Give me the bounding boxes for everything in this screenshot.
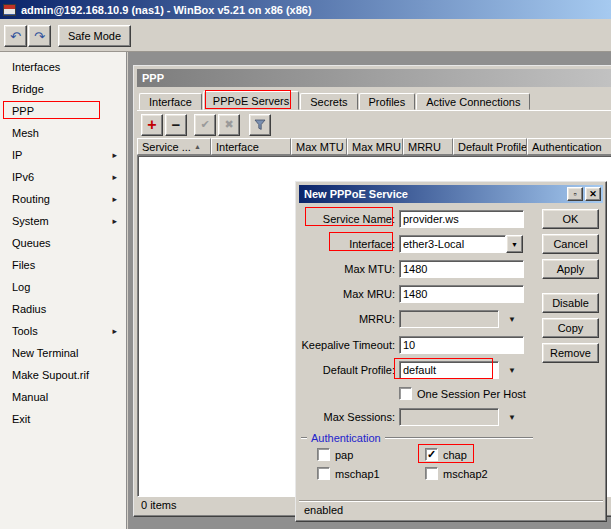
tab-label: Profiles [369, 96, 406, 108]
mschap2-checkbox[interactable] [425, 467, 438, 480]
sidebar-item-system[interactable]: System▸ [0, 210, 126, 232]
tab-secrets[interactable]: Secrets [300, 93, 357, 110]
max-mru-label: Max MRU: [301, 285, 395, 303]
dialog-titlebar[interactable]: New PPPoE Service ▫ ✕ [299, 185, 603, 203]
tab-label: Interface [149, 96, 192, 108]
column-max-mru[interactable]: Max MRU [347, 138, 403, 155]
redo-button[interactable]: ↷ [28, 25, 51, 47]
copy-button[interactable]: Copy [542, 318, 599, 338]
dialog-body: Service Name: Interface: ▼ Max MTU: Max … [299, 203, 603, 518]
sidebar-item-interfaces[interactable]: Interfaces [0, 56, 126, 78]
column-authentication[interactable]: Authentication [527, 138, 611, 155]
new-pppoe-service-dialog: New PPPoE Service ▫ ✕ Service Name: Inte… [295, 181, 607, 522]
sidebar-item-label: IP [12, 149, 22, 161]
max-sessions-label: Max Sessions: [301, 408, 395, 426]
column-label: Max MRU [352, 141, 401, 153]
sidebar-item-radius[interactable]: Radius [0, 298, 126, 320]
sidebar-item-bridge[interactable]: Bridge [0, 78, 126, 100]
disable-button[interactable]: ✖ [218, 114, 240, 136]
sidebar-item-label: Interfaces [12, 61, 60, 73]
sidebar-item-label: Tools [12, 325, 38, 337]
sidebar-item-label: Queues [12, 237, 51, 249]
sidebar-item-log[interactable]: Log [0, 276, 126, 298]
column-interface[interactable]: Interface [211, 138, 291, 155]
ok-button[interactable]: OK [542, 209, 599, 229]
winbox-app: admin@192.168.10.9 (nas1) - WinBox v5.21… [0, 0, 611, 529]
max-sessions-input[interactable] [399, 408, 499, 426]
tab-label: Secrets [310, 96, 347, 108]
auth-option-chap[interactable]: ✓ chap [425, 447, 467, 462]
column-service-name[interactable]: Service ... ▲ [137, 138, 211, 155]
sidebar-item-label: Mesh [12, 127, 39, 139]
sidebar-item-label: Manual [12, 391, 48, 403]
enable-button[interactable]: ✔ [194, 114, 216, 136]
add-button[interactable]: + [141, 114, 163, 136]
apply-button[interactable]: Apply [542, 259, 599, 279]
chap-checkbox[interactable]: ✓ [425, 448, 438, 461]
sidebar-item-label: Files [12, 259, 35, 271]
service-name-input[interactable] [399, 210, 524, 228]
sidebar-item-files[interactable]: Files [0, 254, 126, 276]
sidebar-item-mesh[interactable]: Mesh [0, 122, 126, 144]
safe-mode-button[interactable]: Safe Mode [58, 25, 131, 47]
sidebar-item-tools[interactable]: Tools▸ [0, 320, 126, 342]
interface-input[interactable] [399, 235, 506, 253]
sidebar-item-ppp[interactable]: PPP [0, 100, 126, 122]
remove-service-button[interactable]: Remove [542, 343, 599, 363]
dialog-close-button[interactable]: ✕ [585, 187, 601, 201]
max-mtu-input[interactable] [399, 260, 524, 278]
sidebar-item-label: Radius [12, 303, 46, 315]
app-title: admin@192.168.10.9 (nas1) - WinBox v5.21… [21, 4, 312, 16]
sidebar-item-make-supout-rif[interactable]: Make Supout.rif [0, 364, 126, 386]
column-max-mtu[interactable]: Max MTU [291, 138, 347, 155]
pap-checkbox[interactable] [317, 448, 330, 461]
dialog-collapse-button[interactable]: ▫ [567, 187, 583, 201]
redo-icon: ↷ [34, 29, 45, 44]
sidebar-item-ipv6[interactable]: IPv6▸ [0, 166, 126, 188]
keepalive-timeout-input[interactable] [399, 336, 524, 354]
mrru-dropdown-icon[interactable]: ▼ [508, 315, 516, 324]
max-mru-input[interactable] [399, 285, 524, 303]
sidebar-item-queues[interactable]: Queues [0, 232, 126, 254]
sidebar-item-exit[interactable]: Exit [0, 408, 126, 430]
undo-button[interactable]: ↶ [4, 25, 27, 47]
column-default-profile[interactable]: Default Profile [453, 138, 527, 155]
mschap1-checkbox[interactable] [317, 467, 330, 480]
auth-option-pap[interactable]: pap [317, 447, 353, 462]
cancel-button[interactable]: Cancel [542, 234, 599, 254]
mschap1-label: mschap1 [335, 468, 380, 480]
auth-option-mschap1[interactable]: mschap1 [317, 466, 380, 481]
close-icon: ✕ [589, 189, 597, 199]
sidebar-item-label: Make Supout.rif [12, 369, 89, 381]
tab-interface[interactable]: Interface [139, 93, 202, 110]
sidebar: Interfaces Bridge PPP Mesh IP▸ IPv6▸ Rou… [0, 52, 127, 529]
sidebar-item-ip[interactable]: IP▸ [0, 144, 126, 166]
max-sessions-dropdown-icon[interactable]: ▼ [508, 413, 516, 422]
sidebar-item-new-terminal[interactable]: New Terminal [0, 342, 126, 364]
dialog-window-buttons: ▫ ✕ [567, 187, 601, 201]
auth-option-mschap2[interactable]: mschap2 [425, 466, 488, 481]
list-column-headers: Service ... ▲ Interface Max MTU Max MRU … [137, 138, 611, 155]
ppp-window-titlebar[interactable]: PPP [137, 69, 611, 87]
tab-pppoe-servers[interactable]: PPPoE Servers [203, 91, 299, 110]
sidebar-item-routing[interactable]: Routing▸ [0, 188, 126, 210]
one-session-per-host-checkbox[interactable] [399, 387, 412, 400]
mrru-input[interactable] [399, 310, 499, 328]
interface-label: Interface: [301, 235, 395, 253]
tab-active-connections[interactable]: Active Connections [416, 93, 530, 110]
default-profile-dropdown-icon[interactable]: ▼ [508, 366, 516, 375]
main-toolbar: ↶ ↷ Safe Mode [0, 19, 611, 52]
remove-button[interactable]: − [165, 114, 187, 136]
filter-button[interactable] [249, 114, 271, 136]
app-titlebar[interactable]: admin@192.168.10.9 (nas1) - WinBox v5.21… [0, 0, 611, 19]
disable-service-button[interactable]: Disable [542, 293, 599, 313]
column-mrru[interactable]: MRRU [403, 138, 453, 155]
default-profile-field: Default Profile: ▼ [301, 361, 601, 379]
max-sessions-field: Max Sessions: ▼ [301, 408, 601, 426]
interface-dropdown-button[interactable]: ▼ [506, 235, 523, 253]
default-profile-input[interactable] [399, 361, 499, 379]
undo-icon: ↶ [10, 29, 21, 44]
sidebar-item-manual[interactable]: Manual [0, 386, 126, 408]
sort-ascending-icon: ▲ [194, 143, 201, 150]
tab-profiles[interactable]: Profiles [359, 93, 416, 110]
